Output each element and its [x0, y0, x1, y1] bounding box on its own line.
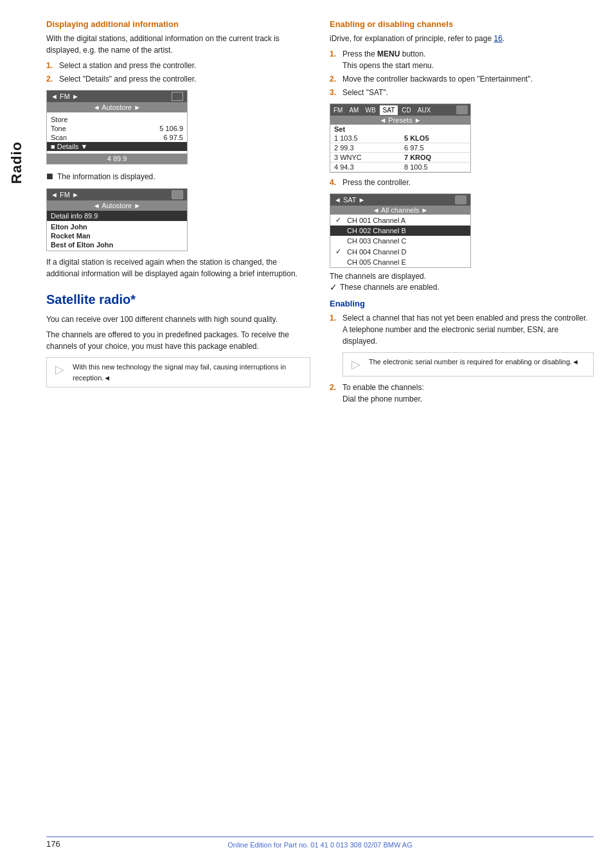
- sat-icon-right: [456, 105, 468, 114]
- step-1-2: 2. Select "Details" and press the contro…: [46, 73, 310, 85]
- screen-allch: ◄ SAT ► ◄ All channels ► ✓ CH 001 Channe…: [330, 193, 471, 268]
- menu-row-scan: Scan 6 97.5: [47, 133, 187, 142]
- step-2-2-num: 2.: [330, 73, 339, 85]
- sat-presets-bar: ◄ Presets ►: [330, 116, 470, 125]
- enabling-step-2-text: To enable the channels:Dial the phone nu…: [342, 382, 424, 405]
- menu-label-store: Store: [51, 116, 83, 123]
- detail-row-1: Rocket Man: [51, 231, 183, 240]
- channels-note-row-2: ✓ These channels are enabled.: [330, 282, 594, 292]
- screen-topbar-1-nav: ◄ FM ►: [51, 93, 79, 100]
- screen-fm-1: ◄ FM ► ◄ Autostore ► Store Tone 5 1: [46, 90, 188, 164]
- allch-label-4: CH 005 Channel E: [347, 258, 406, 266]
- allch-presets: ◄ All channels ►: [330, 206, 470, 215]
- step-1-2-num: 2.: [46, 73, 55, 85]
- page-footer: 176 Online Edition for Part no. 01 41 0 …: [46, 811, 594, 849]
- step-1-1: 1. Select a station and press the contro…: [46, 60, 310, 71]
- sat-tabs-bar: FM AM WB SAT CD AUX: [330, 104, 470, 116]
- screen-icon-2: [172, 190, 183, 199]
- allch-row-1: CH 002 Channel B: [330, 226, 470, 236]
- sat-set-row: Set: [330, 125, 470, 134]
- enabling-step-1-text: Select a channel that has not yet been e…: [342, 312, 594, 347]
- sidebar: Radio: [0, 0, 33, 868]
- right-column: Enabling or disabling channels iDrive, f…: [330, 19, 594, 410]
- sat-ch-3-num: 3 WNYC: [330, 153, 400, 163]
- detail-row-2: Best of Elton John: [51, 240, 183, 249]
- sat-presets-text: ◄ Presets ►: [379, 116, 421, 124]
- screen-icon-1: [172, 92, 183, 101]
- checkmark-icon: ■: [46, 170, 53, 183]
- para-digital-station: If a digital station is received again w…: [46, 256, 310, 279]
- enabling-step-2: 2. To enable the channels:Dial the phone…: [330, 382, 594, 405]
- steps-list-2: 1. Press the MENU button.This opens the …: [330, 48, 594, 98]
- screen-bottombar-1: 4 89.9: [47, 154, 187, 164]
- screen-autostore-bar-2: ◄ Autostore ►: [47, 200, 187, 211]
- allch-topbar-text: ◄ SAT ►: [334, 196, 365, 204]
- left-column: Displaying additional information With t…: [46, 19, 310, 410]
- screen-topbar-2: ◄ FM ►: [47, 189, 187, 200]
- sat-tab-am: AM: [346, 105, 362, 115]
- step-2-3: 3. Select "SAT".: [330, 87, 594, 98]
- section-heading-display-info: Displaying additional information: [46, 19, 310, 29]
- step-2-3-num: 3.: [330, 87, 339, 98]
- allch-row-2: CH 003 Channel C: [330, 236, 470, 246]
- satellite-section: Satellite radio* You can receive over 10…: [46, 292, 310, 387]
- body-idrive: iDrive, for explanation of principle, re…: [330, 33, 594, 44]
- step-1-2-text: Select "Details" and press the controlle…: [59, 73, 196, 85]
- screen-sat: FM AM WB SAT CD AUX ◄ Presets ► Set 1 10…: [330, 103, 471, 173]
- allch-icon: [455, 195, 466, 204]
- allch-check-3: ✓: [335, 247, 344, 256]
- screen-menu-list-1: Store Tone 5 106.9 Scan 6 97.5 ■ Deta: [47, 112, 187, 154]
- menu-label-scan: Scan: [51, 134, 83, 141]
- sat-tab-sat: SAT: [379, 105, 399, 116]
- step-2-1-num: 1.: [330, 48, 339, 71]
- footer-divider: [46, 837, 594, 837]
- allch-row-4: CH 005 Channel E: [330, 257, 470, 267]
- autostore-text-1: ◄ Autostore ►: [93, 103, 141, 111]
- step-2-4-text: Press the controller.: [342, 177, 411, 188]
- step-2-2: 2. Move the controller backwards to open…: [330, 73, 594, 85]
- menu-label-tone: Tone: [51, 125, 83, 132]
- channels-note-text-2: These channels are enabled.: [340, 283, 440, 292]
- section-heading-enabling: Enabling or disabling channels: [330, 19, 594, 29]
- body-text-display-info: With the digital stations, additional in…: [46, 33, 310, 56]
- sidebar-radio-label: Radio: [8, 141, 25, 184]
- satellite-heading: Satellite radio*: [46, 292, 310, 307]
- enabling-step-1-num: 1.: [330, 312, 339, 347]
- allch-label-2: CH 003 Channel C: [347, 237, 406, 245]
- page-link-16[interactable]: 16: [493, 34, 502, 43]
- sat-tab-fm: FM: [330, 105, 346, 115]
- screen-detail-rows: Elton John Rocket Man Best of Elton John: [47, 221, 187, 251]
- screen-autostore-bar-1: ◄ Autostore ►: [47, 102, 187, 112]
- enabling-step-1: 1. Select a channel that has not yet bee…: [330, 312, 594, 347]
- enabling-heading: Enabling: [330, 299, 594, 308]
- allch-label-1: CH 002 Channel B: [347, 227, 406, 235]
- allch-check-0: ✓: [335, 216, 344, 224]
- screen-topbar-2-nav: ◄ FM ►: [51, 191, 79, 199]
- menu-row-store: Store: [47, 115, 187, 124]
- step-2-4: 4. Press the controller.: [330, 177, 594, 188]
- sat-ch-2-num: 2 99.3: [330, 143, 400, 153]
- enabling-note-box: ▷ The electronic serial number is requir…: [342, 352, 594, 376]
- sat-ch-1-val: 5 KLO5: [400, 134, 470, 143]
- menu-label-details: ■ Details ▼: [51, 143, 87, 150]
- sat-tab-cd: CD: [398, 105, 414, 115]
- allch-label-3: CH 004 Channel D: [347, 248, 406, 256]
- info-note-displayed: ■ The information is displayed.: [46, 170, 310, 183]
- bottombar-text-1: 4 89.9: [107, 155, 127, 163]
- enabling-steps: 1. Select a channel that has not yet bee…: [330, 312, 594, 347]
- enabling-step-2-num: 2.: [330, 382, 339, 405]
- steps-list-3: 4. Press the controller.: [330, 177, 594, 188]
- enabling-note-arrow-icon: ▷: [348, 357, 364, 372]
- step-2-1: 1. Press the MENU button.This opens the …: [330, 48, 594, 71]
- allch-presets-text: ◄ All channels ►: [373, 206, 429, 214]
- detail-header-text: Detail info 89.9: [51, 212, 98, 220]
- allch-row-3: ✓ CH 004 Channel D: [330, 246, 470, 257]
- channels-note: The channels are displayed. ✓ These chan…: [330, 272, 594, 292]
- note-arrow-icon: ▷: [52, 362, 67, 377]
- allch-row-0: ✓ CH 001 Channel A: [330, 215, 470, 226]
- satellite-body-2: The channels are offered to you in prede…: [46, 329, 310, 352]
- enabling-steps-2: 2. To enable the channels:Dial the phone…: [330, 382, 594, 405]
- step-2-3-text: Select "SAT".: [342, 87, 388, 98]
- sat-ch-4-val: 8 100.5: [400, 163, 470, 172]
- step-2-4-num: 4.: [330, 177, 339, 188]
